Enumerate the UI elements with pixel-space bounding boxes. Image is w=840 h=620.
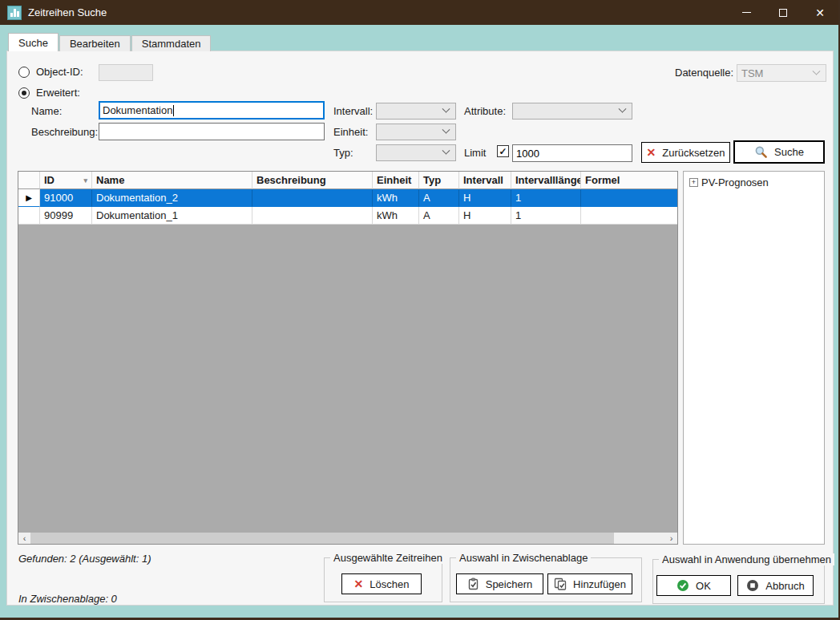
- cell-typ[interactable]: A: [419, 207, 459, 225]
- suche-button[interactable]: Suche: [733, 140, 825, 164]
- einheit-select[interactable]: [376, 124, 456, 140]
- limit-label: Limit: [464, 147, 486, 159]
- clipboard-paste-icon: [554, 577, 567, 590]
- category-tree: + PV-Prognosen: [683, 171, 825, 545]
- red-x-icon: ✕: [354, 578, 364, 590]
- title-bar: Zeitreihen Suche ✕: [0, 0, 838, 25]
- cell-id[interactable]: 91000: [40, 189, 92, 207]
- grid-header-beschreibung[interactable]: Beschreibung: [252, 172, 373, 189]
- ok-button[interactable]: OK: [656, 575, 731, 596]
- chevron-down-icon: [619, 105, 627, 113]
- cell-intervall[interactable]: H: [459, 189, 511, 207]
- hinzufuegen-button[interactable]: Hinzufügen: [547, 573, 632, 594]
- chevron-down-icon: [813, 67, 821, 75]
- app-icon: [7, 6, 22, 20]
- row-selector-cell[interactable]: [18, 207, 40, 225]
- datenquelle-value: TSM: [741, 67, 763, 79]
- cell-intervall[interactable]: H: [459, 207, 511, 225]
- groupbox-title: Auswahl in Zwischenablage: [456, 552, 591, 564]
- name-input[interactable]: Dokumentation: [99, 101, 325, 120]
- grid-header-formel[interactable]: Formel: [581, 172, 677, 189]
- cell-id[interactable]: 90999: [40, 207, 92, 225]
- beschreibung-input[interactable]: [99, 123, 325, 140]
- grid-header-typ[interactable]: Typ: [419, 172, 459, 189]
- groupbox-title: Auswahl in Anwendung übernehmen: [659, 553, 834, 565]
- cell-intervalllaenge[interactable]: 1: [511, 207, 581, 225]
- maximize-button[interactable]: [765, 0, 802, 25]
- name-value: Dokumentation: [103, 104, 172, 116]
- status-zwischenablage: In Zwischenablage: 0: [18, 593, 117, 605]
- cell-name[interactable]: Dokumentation_2: [92, 189, 252, 207]
- cell-einheit[interactable]: kWh: [373, 207, 419, 225]
- magnifier-icon: [754, 145, 768, 159]
- tab-strip: Suche Bearbeiten Stammdaten: [8, 34, 212, 51]
- grid-header-einheit[interactable]: Einheit: [373, 172, 419, 189]
- beschreibung-label: Beschreibung:: [31, 126, 98, 138]
- scroll-right-icon[interactable]: ›: [665, 533, 677, 544]
- cell-typ[interactable]: A: [419, 189, 459, 207]
- tab-page-suche: Object-ID: Datenquelle: TSM Erweitert: N…: [6, 51, 834, 606]
- grid-header-id[interactable]: ID▾: [40, 172, 92, 189]
- datenquelle-label: Datenquelle:: [675, 67, 733, 79]
- grid-header-row: ID▾ Name Beschreibung Einheit Typ Interv…: [18, 172, 677, 189]
- zuruecksetzen-button[interactable]: ✕ Zurücksetzen: [641, 142, 730, 163]
- cell-einheit[interactable]: kWh: [373, 189, 419, 207]
- minimize-icon: [742, 12, 751, 14]
- loeschen-button[interactable]: ✕ Löschen: [341, 573, 422, 594]
- window-title: Zeitreihen Suche: [28, 6, 107, 18]
- zeitreihen-suche-window: { "window": { "title": "Zeitreihen Suche…: [0, 0, 840, 620]
- limit-spinner[interactable]: [512, 144, 632, 162]
- object-id-label: Object-ID:: [36, 66, 83, 78]
- table-row[interactable]: ▶ 91000 Dokumentation_2 kWh A H 1: [18, 189, 677, 207]
- cell-intervalllaenge[interactable]: 1: [511, 189, 581, 207]
- grid-header-name[interactable]: Name: [92, 172, 252, 189]
- datenquelle-select: TSM: [737, 64, 826, 82]
- results-grid: ID▾ Name Beschreibung Einheit Typ Interv…: [18, 171, 678, 545]
- grid-header-intervall[interactable]: Intervall: [459, 172, 511, 189]
- scrollbar-thumb[interactable]: [30, 533, 614, 544]
- minimize-button[interactable]: [728, 0, 765, 25]
- object-id-radio[interactable]: [18, 67, 30, 78]
- chevron-down-icon: [442, 126, 450, 134]
- abbruch-label: Abbruch: [765, 580, 804, 592]
- speichern-button[interactable]: Speichern: [456, 573, 543, 594]
- close-button[interactable]: ✕: [802, 0, 838, 25]
- cell-name[interactable]: Dokumentation_1: [92, 207, 252, 225]
- tab-suche[interactable]: Suche: [8, 33, 59, 51]
- cell-beschreibung[interactable]: [252, 207, 373, 225]
- tab-stammdaten[interactable]: Stammdaten: [131, 35, 212, 51]
- chevron-down-icon: [442, 105, 450, 113]
- cell-formel[interactable]: [581, 207, 677, 225]
- erweitert-label: Erweitert:: [36, 87, 80, 99]
- scroll-left-icon[interactable]: ‹: [18, 533, 30, 544]
- limit-checkbox[interactable]: ✓: [497, 145, 509, 157]
- tree-node-pv-prognosen[interactable]: + PV-Prognosen: [689, 176, 824, 188]
- limit-input[interactable]: [513, 145, 657, 161]
- horizontal-scrollbar[interactable]: ‹ ›: [18, 533, 677, 544]
- grid-header-selector: [18, 172, 40, 189]
- speichern-label: Speichern: [486, 578, 533, 590]
- cell-formel[interactable]: [581, 189, 677, 207]
- check-icon: ✓: [499, 146, 507, 157]
- einheit-label: Einheit:: [333, 126, 368, 138]
- zuruecksetzen-label: Zurücksetzen: [662, 147, 725, 159]
- sort-descending-icon: ▾: [83, 176, 87, 184]
- expand-plus-icon[interactable]: +: [689, 178, 698, 187]
- attribute-label: Attribute:: [464, 105, 506, 117]
- ok-label: OK: [696, 580, 711, 592]
- grid-empty-area: [18, 225, 677, 533]
- scrollbar-track[interactable]: [614, 533, 665, 544]
- object-id-input: [99, 64, 153, 81]
- row-selector-cell[interactable]: ▶: [18, 189, 40, 207]
- typ-label: Typ:: [333, 147, 353, 159]
- table-row[interactable]: 90999 Dokumentation_1 kWh A H 1: [18, 207, 677, 225]
- typ-select[interactable]: [376, 144, 456, 161]
- intervall-select[interactable]: [376, 103, 456, 120]
- cell-beschreibung[interactable]: [252, 189, 373, 207]
- erweitert-radio[interactable]: [18, 87, 30, 99]
- abbruch-button[interactable]: Abbruch: [737, 575, 814, 596]
- grid-header-intervalllaenge[interactable]: Intervalllänge: [511, 172, 581, 189]
- attribute-select[interactable]: [512, 103, 632, 120]
- tab-bearbeiten[interactable]: Bearbeiten: [59, 35, 131, 51]
- stop-icon: [746, 579, 759, 592]
